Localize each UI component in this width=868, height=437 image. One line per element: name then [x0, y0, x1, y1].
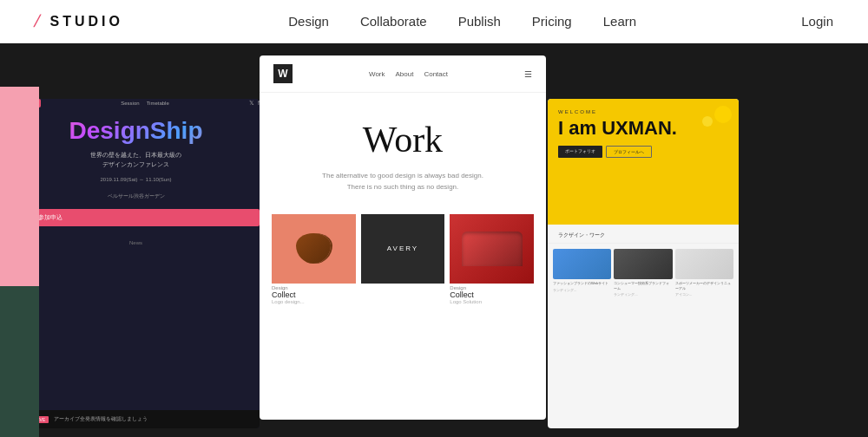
- card2-nav: Work About Contact: [369, 70, 448, 78]
- card3-thumb-1: [553, 249, 611, 279]
- card2-item-2: [359, 214, 447, 304]
- card1-nav-session: Session: [121, 101, 139, 106]
- card1-subtitle: 世界の壁を越えた、日本最大級の デザインカンファレンス: [12, 150, 260, 169]
- login-button[interactable]: Login: [801, 14, 833, 29]
- card1-news-label: News: [12, 240, 260, 245]
- card1-social-icons: 𝕏 f: [249, 100, 260, 107]
- card2-hero: Work The alternative to good design is a…: [260, 93, 546, 207]
- card2-item-3: Design Collect Logo Solution: [448, 214, 536, 304]
- card3-thumb-2: [614, 249, 672, 279]
- card3-btn-profile[interactable]: プロフィールへ: [606, 146, 652, 158]
- card2-item-3-sub: Logo Solution: [450, 299, 534, 304]
- card3-accent-circle-1: [714, 106, 732, 123]
- preview-card-2[interactable]: W Work About Contact ☰ Work The alternat…: [260, 55, 546, 420]
- card3-yellow-hero: WELCOME I am UXMAN. ポートフォリオ プロフィールへ: [548, 99, 739, 225]
- card2-item-3-category: Design: [450, 284, 534, 290]
- card3-thumb-3: [675, 249, 733, 279]
- card3-work-label-3: スポーツメーカーのデザインリニューアル: [675, 281, 733, 290]
- card3-work-item-1: ファッションブランドのWebサイト ランディング...: [553, 249, 611, 297]
- card1-dates: 2019.11.09(Sat) ～ 11.10(Sun): [12, 176, 260, 184]
- nav-publish[interactable]: Publish: [458, 14, 501, 29]
- card1-register-button[interactable]: 一般参加申込: [12, 209, 260, 226]
- left-dark-strip: [0, 286, 39, 437]
- card1-nav-timetable: Timetable: [147, 101, 169, 106]
- card2-nav-work: Work: [369, 70, 385, 78]
- card2-nav-contact: Contact: [424, 70, 448, 78]
- card3-welcome: WELCOME: [558, 109, 728, 114]
- card3-section-title: ラクザイン・ワーク: [548, 225, 739, 244]
- card1-nav: Session Timetable: [121, 101, 168, 106]
- card2-menu-icon: ☰: [524, 69, 532, 79]
- nav-pricing[interactable]: Pricing: [532, 14, 572, 29]
- nav-collaborate[interactable]: Collaborate: [360, 14, 427, 29]
- card1-content: DESIGN Session Timetable 𝕏 f DesignShip …: [12, 99, 260, 245]
- card1-bottom-bar: ARCHIVE アーカイブ全発表情報を確認しましょう: [12, 410, 260, 428]
- card2-thumb-3: [450, 214, 534, 284]
- card1-topbar: DESIGN Session Timetable 𝕏 f: [12, 99, 260, 108]
- card3-accent-circle-2: [702, 116, 713, 127]
- card3-work-tag-1: ランディング...: [553, 288, 611, 292]
- card1-venue: ベルサール渋谷ガーデン: [12, 192, 260, 200]
- card3-work-label-1: ファッションブランドのWebサイト: [553, 281, 611, 286]
- card2-thumb-2: [361, 214, 445, 284]
- card2-item-1-sub: Logo design...: [272, 299, 356, 304]
- card3-work-tag-3: アイコン...: [675, 292, 733, 297]
- card2-hero-title: Work: [277, 119, 529, 160]
- logo-slash-icon: /: [32, 11, 46, 31]
- preview-card-1[interactable]: DESIGN Session Timetable 𝕏 f DesignShip …: [12, 99, 260, 428]
- card3-work-item-2: コンシューマー技術系ブランドフォーム ランディング...: [614, 249, 672, 297]
- card3-content: WELCOME I am UXMAN. ポートフォリオ プロフィールへ ラクザイ…: [548, 99, 739, 428]
- card2-item-1: Design Collect Logo design...: [270, 214, 358, 304]
- card3-btn-portfolio[interactable]: ポートフォリオ: [558, 146, 602, 158]
- nav-design[interactable]: Design: [288, 14, 329, 29]
- facebook-icon: f: [258, 100, 260, 107]
- card1-archive-text: アーカイブ全発表情報を確認しましょう: [54, 415, 148, 423]
- twitter-icon: 𝕏: [249, 100, 254, 107]
- preview-cards: DESIGN Session Timetable 𝕏 f DesignShip …: [0, 43, 868, 437]
- card3-work-item-3: スポーツメーカーのデザインリニューアル アイコン...: [675, 249, 733, 297]
- content-area: DESIGN Session Timetable 𝕏 f DesignShip …: [0, 43, 868, 437]
- card1-title: DesignShip: [12, 118, 260, 145]
- card2-header: W Work About Contact ☰: [260, 55, 546, 93]
- card2-hero-subtitle: The alternative to good design is always…: [277, 171, 529, 193]
- navbar: / STUDIO Design Collaborate Publish Pric…: [0, 0, 868, 43]
- card2-content: W Work About Contact ☰ Work The alternat…: [260, 55, 546, 420]
- card2-item-1-category: Design: [272, 284, 356, 290]
- card2-grid: Design Collect Logo design... Design Col…: [260, 214, 546, 304]
- card2-item-3-title: Collect: [450, 290, 534, 299]
- logo-text: STUDIO: [50, 14, 123, 29]
- logo[interactable]: / STUDIO: [35, 11, 123, 31]
- preview-card-3[interactable]: WELCOME I am UXMAN. ポートフォリオ プロフィールへ ラクザイ…: [548, 99, 739, 428]
- card3-work-grid: ファッションブランドのWebサイト ランディング... コンシューマー技術系ブラ…: [548, 244, 739, 302]
- card3-work-label-2: コンシューマー技術系ブランドフォーム: [614, 281, 672, 290]
- main-nav: Design Collaborate Publish Pricing Learn: [288, 14, 636, 29]
- card2-thumb-1: [272, 214, 356, 284]
- card2-logo: W: [273, 64, 293, 83]
- card2-item-1-title: Collect: [272, 290, 356, 299]
- nav-learn[interactable]: Learn: [603, 14, 636, 29]
- card3-work-tag-2: ランディング...: [614, 292, 672, 297]
- card2-nav-about: About: [396, 70, 414, 78]
- card3-buttons: ポートフォリオ プロフィールへ: [558, 146, 728, 158]
